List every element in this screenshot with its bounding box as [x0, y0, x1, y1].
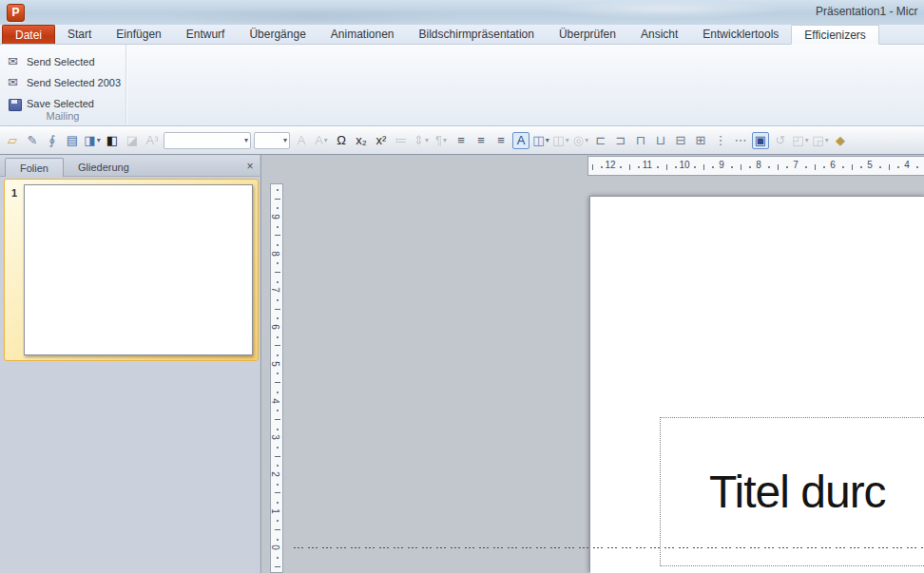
chevron-down-icon: ▾	[283, 136, 287, 144]
toolbar-item-glyph: A	[298, 132, 306, 149]
tab-animationen[interactable]: Animationen	[318, 25, 407, 44]
ribbon-body: Send Selected Send Selected 2003 Save Se…	[0, 45, 924, 126]
align-text-right-icon[interactable]: ≡	[492, 132, 510, 149]
tab-uebergaenge[interactable]: Übergänge	[237, 25, 318, 44]
ribbon-group-mailing: Send Selected Send Selected 2003 Save Se…	[0, 45, 126, 124]
center-vertical-icon[interactable]: ⊟	[672, 132, 689, 149]
toolbar-item-glyph: ≡	[457, 132, 465, 149]
ribbon-button-icon	[8, 56, 22, 68]
toolbar-item-glyph: ◨	[84, 132, 95, 149]
distribute-vertical-icon[interactable]: ⋮	[712, 132, 729, 149]
align-objects-right-icon[interactable]: ⊐	[612, 132, 629, 149]
align-objects-top-icon[interactable]: ⊓	[632, 132, 649, 149]
font-grow-icon[interactable]: A	[293, 132, 310, 149]
style-combobox[interactable]: ▾	[164, 132, 251, 149]
subscript-icon[interactable]: x₂	[353, 132, 370, 149]
title-placeholder[interactable]: Titel durc	[660, 417, 924, 566]
toolbar-item-glyph: A	[517, 132, 526, 149]
bullet-list-icon[interactable]: ≔	[393, 132, 410, 149]
ruler-number: 7	[793, 160, 799, 170]
tab-efficienizers[interactable]: Efficienizers	[791, 25, 878, 45]
font-color-icon[interactable]: A ▾	[313, 132, 330, 149]
symbol-omega-icon[interactable]: Ω	[333, 132, 350, 149]
addin-toolbar: ▱ ✎ ∮ ▤ ◨ ▾ ◧ ◪ A³ ▾ ▾	[0, 126, 924, 155]
toolbar-item-glyph: ⋮	[715, 132, 727, 149]
tab-ansicht[interactable]: Ansicht	[628, 25, 690, 44]
toolbar-item-glyph: ◰	[792, 132, 803, 149]
chevron-down-icon: ▾	[244, 136, 248, 144]
line-spacing-icon[interactable]: ⇕ ▾	[413, 132, 430, 149]
layout-picker-icon[interactable]: ◨ ▾	[84, 132, 101, 149]
title-placeholder-text: Titel durc	[661, 466, 886, 518]
powerpoint-app-icon[interactable]: P	[7, 4, 25, 22]
toolbar-item-glyph: ⊐	[616, 132, 626, 149]
tab-entwurf[interactable]: Entwurf	[174, 25, 238, 44]
align-text-left-icon[interactable]: ≡	[452, 132, 470, 149]
size-position-icon[interactable]: ▣	[752, 132, 769, 149]
slide-number: 1	[11, 187, 17, 199]
ruler-number: 6	[270, 324, 280, 330]
align-objects-left-icon[interactable]: ⊏	[592, 132, 609, 149]
document-layout-icon[interactable]: ▤	[64, 132, 81, 149]
tab-entwicklertools[interactable]: Entwicklertools	[690, 25, 791, 44]
rotate-icon[interactable]: ↺	[772, 132, 789, 149]
toolbar-item-glyph: ▱	[8, 132, 17, 149]
paragraph-box-icon[interactable]: ¶ ▾	[433, 132, 450, 149]
bring-forward-icon[interactable]: ◰ ▾	[792, 132, 809, 149]
shapes-overlap-icon[interactable]: ◎ ▾	[572, 132, 589, 149]
center-horizontal-icon[interactable]: ⊞	[692, 132, 709, 149]
paperclip-icon[interactable]: ∮	[44, 132, 61, 149]
text-placeholder-icon[interactable]: A	[512, 132, 529, 149]
tab-datei[interactable]: Datei	[2, 25, 55, 44]
send-selected-button[interactable]: Send Selected	[4, 51, 125, 72]
toolbar-item-glyph: ▣	[755, 132, 766, 149]
eraser-icon[interactable]: ◪	[124, 132, 141, 149]
ruler-number: 3	[270, 434, 280, 440]
distribute-horizontal-icon[interactable]: ⋯	[732, 132, 749, 149]
edit-slide-icon[interactable]: ✎	[24, 132, 41, 149]
toolbar-item-glyph: ⋯	[735, 132, 747, 149]
tab-start[interactable]: Start	[55, 25, 104, 44]
size-combobox[interactable]: ▾	[254, 132, 290, 149]
format-stamp-a3-icon[interactable]: A³	[144, 132, 161, 149]
ruler-number: 6	[830, 160, 836, 170]
send-backward-icon[interactable]: ◲ ▾	[812, 132, 829, 149]
superscript-icon[interactable]: x²	[373, 132, 390, 149]
ruler-number: 4	[270, 398, 280, 404]
toolbar-item-glyph: ↺	[776, 132, 786, 149]
open-folder-icon[interactable]: ▱	[4, 132, 21, 149]
panel-tab-folien[interactable]: Folien	[5, 158, 64, 177]
align-objects-bottom-icon[interactable]: ⊔	[652, 132, 669, 149]
align-text-center-icon[interactable]: ≡	[472, 132, 490, 149]
panel-tab-gliederung[interactable]: Gliederung	[64, 158, 144, 176]
toolbar-item-glyph: x²	[376, 132, 387, 149]
chevron-down-icon: ▾	[566, 136, 569, 144]
send-selected-2003-button[interactable]: Send Selected 2003	[4, 72, 125, 93]
toolbar-item-glyph: ◫	[552, 132, 564, 149]
content-area: FolienGliederung × 1 121110987654 987654…	[0, 155, 924, 573]
black-white-view-icon[interactable]: ◧	[104, 132, 121, 149]
toolbar-item-glyph: Ω	[337, 132, 346, 149]
tab-bildschirmpraesentation[interactable]: Bildschirmpräsentation	[407, 25, 547, 44]
shape-3d-alt-icon[interactable]: ◫ ▾	[552, 132, 569, 149]
close-icon[interactable]: ×	[241, 160, 260, 176]
ruler-number: 5	[270, 361, 280, 367]
chevron-down-icon: ▾	[546, 136, 549, 144]
toolbar-item-glyph: ◫	[532, 132, 544, 149]
shape-3d-icon[interactable]: ◫ ▾	[532, 132, 549, 149]
ribbon-tab-row: DateiStartEinfügenEntwurfÜbergängeAnimat…	[0, 25, 924, 45]
panel-tab-bar: FolienGliederung ×	[0, 155, 260, 177]
title-bar: P Präsentation1 - Micr	[0, 0, 924, 25]
ruler-number: 11	[643, 160, 652, 170]
tab-einfuegen[interactable]: Einfügen	[104, 25, 173, 44]
slide-thumbnail[interactable]: 1	[4, 179, 259, 361]
toolbar-item-glyph: ◆	[836, 132, 845, 149]
ruler-number: 4	[904, 160, 910, 170]
toolbar-item-glyph: ¶	[435, 132, 442, 149]
tab-ueberpruefen[interactable]: Überprüfen	[547, 25, 628, 44]
ruler-number: 12	[605, 160, 615, 170]
fill-bucket-icon[interactable]: ◆	[832, 132, 849, 149]
window-title: Präsentation1 - Micr	[816, 5, 924, 20]
toolbar-item-glyph: ◎	[573, 132, 584, 149]
ruler-number: 2	[270, 471, 280, 477]
